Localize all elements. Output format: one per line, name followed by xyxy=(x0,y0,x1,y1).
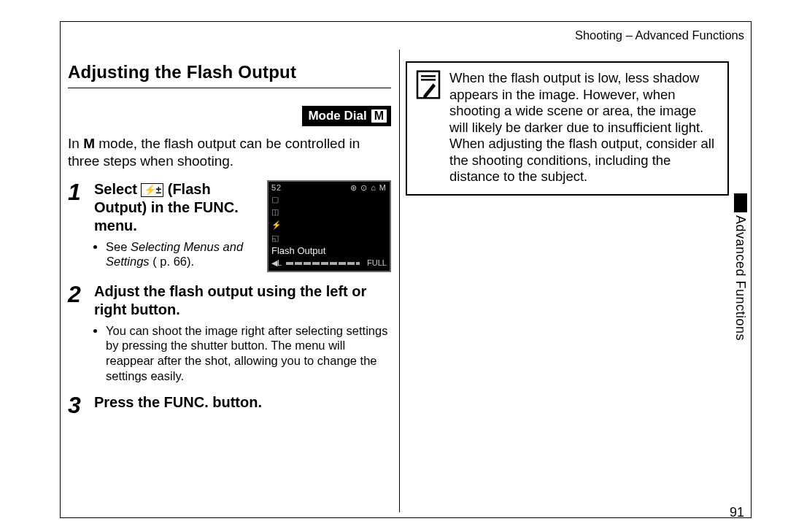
step-3: 3 Press the FUNC. button. xyxy=(68,393,391,417)
step-3-body: Press the FUNC. button. xyxy=(94,393,391,417)
intro-bold-m: M xyxy=(83,136,95,151)
side-tab-marker xyxy=(734,193,747,212)
intro-after: mode, the flash output can be controlled… xyxy=(68,136,360,169)
lcd-top-left: 52 xyxy=(271,183,282,193)
step-3-head: Press the FUNC. button. xyxy=(94,393,391,412)
note-box: When the flash output is low, less shado… xyxy=(406,61,729,196)
step-1-number: 1 xyxy=(68,180,87,272)
lcd-bottom-right: FULL xyxy=(367,258,387,269)
side-tab: Advanced Functions xyxy=(732,193,749,341)
page-title: Adjusting the Flash Output xyxy=(68,61,391,83)
lcd-top-right: ⊛ ⊙ ⌂ M xyxy=(350,183,387,193)
column-divider xyxy=(399,50,400,512)
lcd-label: Flash Output xyxy=(271,245,387,257)
intro-text: In M mode, the flash output can be contr… xyxy=(68,132,391,170)
step-1-sub-open: ( xyxy=(150,255,157,268)
step-2-number: 2 xyxy=(68,282,87,384)
note-icon xyxy=(416,70,441,99)
note-text: When the flash output is low, less shado… xyxy=(449,70,719,185)
step-1-body: 52 ⊛ ⊙ ⌂ M ▢◫⚡◱ Flash Output ◀L xyxy=(94,180,391,272)
step-2-body: Adjust the flash output using the left o… xyxy=(94,282,391,384)
flash-output-icon: ⚡± xyxy=(141,183,163,197)
running-head: Shooting – Advanced Functions xyxy=(575,28,744,43)
lcd-bottom-left: ◀L xyxy=(271,258,282,269)
mode-dial-label: Mode Dial xyxy=(308,108,366,123)
lcd-side-icons: ▢◫⚡◱ xyxy=(271,195,282,244)
step-2-head: Adjust the flash output using the left o… xyxy=(94,282,391,319)
mode-dial-badge: Mode Dial M xyxy=(302,106,391,126)
manual-page: Shooting – Advanced Functions Adjusting … xyxy=(0,0,788,532)
svg-marker-3 xyxy=(423,83,436,98)
right-column: When the flash output is low, less shado… xyxy=(406,61,729,196)
step-2-sub-item: You can shoot the image right after sele… xyxy=(106,323,391,384)
page-number: 91 xyxy=(730,504,744,521)
step-2: 2 Adjust the flash output using the left… xyxy=(68,282,391,384)
intro-before: In xyxy=(68,136,83,151)
step-1-sub-before: See xyxy=(106,240,131,253)
step-1: 1 52 ⊛ ⊙ ⌂ M ▢◫⚡◱ Flash Output xyxy=(68,180,391,272)
step-3-number: 3 xyxy=(68,393,87,417)
mode-dial-value: M xyxy=(371,109,387,123)
title-rule xyxy=(68,88,391,88)
step-1-sub-after: p. 66). xyxy=(157,255,194,268)
side-tab-label: Advanced Functions xyxy=(733,215,749,341)
lcd-bar xyxy=(286,262,360,265)
step-2-sub: You can shoot the image right after sele… xyxy=(94,323,391,384)
lcd-screenshot: 52 ⊛ ⊙ ⌂ M ▢◫⚡◱ Flash Output ◀L xyxy=(267,180,391,272)
step-1-head-before: Select xyxy=(94,181,141,197)
left-column: Adjusting the Flash Output Mode Dial M I… xyxy=(68,61,391,417)
